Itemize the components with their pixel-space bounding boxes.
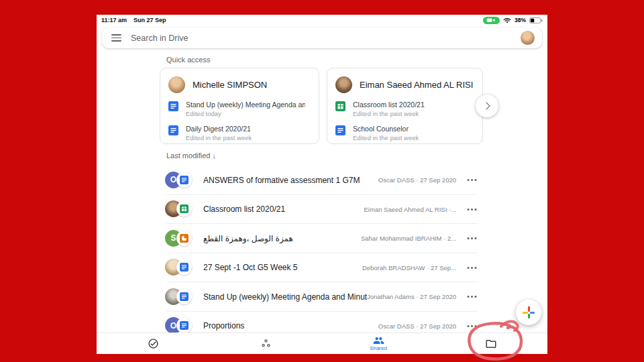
file-title: Classroom list 2020/21 [203, 204, 364, 214]
create-new-button[interactable] [516, 300, 541, 325]
file-meta: Sahar Mohammad IBRAHIM · 2... [361, 235, 456, 242]
quick-access-file[interactable]: Daily Digest 2020/21 Edited in the past … [168, 125, 311, 141]
wifi-icon [503, 15, 511, 26]
nav-tab-priority[interactable] [97, 333, 209, 354]
file-meta: Jonathan Adams · 27 Sep 2020 [367, 293, 456, 300]
file-name: Stand Up (weekly) Meeting Agenda and Min… [186, 101, 305, 109]
row-avatar-group: S [165, 230, 197, 247]
more-options-icon[interactable] [464, 292, 479, 302]
quick-access-file[interactable]: School Counselor Edited in the past week [335, 125, 474, 141]
file-meta: Oscar DASS · 27 Sep 2020 [378, 176, 456, 184]
owner-avatar [168, 76, 185, 93]
file-status: Edited in the past week [186, 134, 252, 141]
more-options-icon[interactable] [464, 176, 479, 185]
file-title: Proportions [203, 321, 378, 330]
nav-tab-shared[interactable]: Shared [322, 333, 435, 354]
nav-tab-shared-label: Shared [370, 346, 387, 351]
owner-name: Eiman Saeed Ahmed AL RISI [360, 80, 473, 90]
doc-file-icon [168, 101, 178, 111]
status-time: 11:17 am [101, 17, 127, 23]
file-name: Daily Digest 2020/21 [186, 125, 252, 133]
search-input[interactable]: Search in Drive [131, 34, 521, 43]
file-meta: Eiman Saeed Ahmed AL RISI ·... [364, 206, 456, 213]
row-avatar-group [165, 200, 197, 218]
file-meta: Deborah BRADSHAW · 27 Sep... [362, 264, 456, 272]
chevron-right-icon [482, 102, 490, 109]
file-row[interactable]: 27 Sept -1 Oct G5 Week 5 Deborah BRADSHA… [160, 253, 483, 283]
file-name: Classroom list 2020/21 [353, 101, 425, 109]
drive-app-window: 11:17 am Sun 27 Sep 38% Search in Drive [97, 15, 547, 354]
file-row[interactable]: O ANSWERS of formative assessment 1 G7M … [160, 166, 483, 195]
file-title: 27 Sept -1 Oct G5 Week 5 [203, 263, 362, 272]
owner-avatar [335, 76, 352, 93]
doc-file-icon [180, 321, 189, 330]
sheet-file-icon [335, 101, 345, 111]
file-status: Edited today [186, 110, 305, 117]
battery-icon [529, 15, 543, 26]
file-row[interactable]: Classroom list 2020/21 Eiman Saeed Ahmed… [160, 195, 483, 225]
account-avatar[interactable] [521, 31, 535, 45]
file-row[interactable]: S همزة الوصل ،وهمزة القطع Sahar Mohammad… [160, 224, 483, 253]
quick-access-card: Eiman Saeed Ahmed AL RISI Classroom list… [327, 68, 483, 144]
more-options-icon[interactable] [464, 263, 479, 272]
owner-name: Michelle SIMPSON [193, 80, 267, 90]
workspaces-icon [260, 338, 272, 349]
file-meta: Oscar DASS · 27 Sep 2020 [378, 322, 456, 330]
nav-tab-files[interactable] [435, 333, 547, 354]
status-bar: 11:17 am Sun 27 Sep 38% [97, 15, 547, 25]
battery-percent: 38% [515, 17, 526, 23]
sort-label[interactable]: Last modified ↓ [166, 152, 216, 160]
more-options-icon[interactable] [464, 321, 479, 330]
doc-file-icon [168, 125, 178, 135]
screen-recording-icon [483, 17, 500, 24]
doc-file-icon [180, 292, 189, 301]
file-list: O ANSWERS of formative assessment 1 G7M … [160, 166, 483, 341]
screenshot-canvas: 11:17 am Sun 27 Sep 38% Search in Drive [0, 0, 644, 362]
file-name: School Counselor [353, 125, 419, 133]
file-status: Edited in the past week [353, 134, 419, 141]
people-icon [373, 336, 384, 345]
check-circle-icon [148, 338, 159, 349]
slide-file-icon [180, 234, 189, 243]
file-title: Stand Up (weekly) Meeting Agenda and Min… [203, 292, 367, 302]
quick-access-file[interactable]: Classroom list 2020/21 Edited in the pas… [335, 101, 474, 117]
quick-access-card: Michelle SIMPSON Stand Up (weekly) Meeti… [160, 68, 319, 144]
nav-tab-workspaces[interactable] [209, 333, 322, 354]
more-options-icon[interactable] [464, 204, 479, 214]
doc-file-icon [180, 263, 189, 272]
file-status: Edited in the past week [353, 110, 425, 117]
file-title: همزة الوصل ،وهمزة القطع [203, 234, 361, 243]
menu-icon[interactable] [111, 34, 121, 42]
file-title: ANSWERS of formative assessment 1 G7M [203, 176, 378, 185]
search-bar[interactable]: Search in Drive [102, 27, 542, 48]
quick-access-next-button[interactable] [476, 95, 498, 117]
quick-access-cards: Michelle SIMPSON Stand Up (weekly) Meeti… [160, 68, 483, 144]
quick-access-title: Quick access [166, 56, 210, 64]
file-row[interactable]: Stand Up (weekly) Meeting Agenda and Min… [160, 282, 483, 312]
row-avatar-group: O [165, 172, 197, 189]
more-options-icon[interactable] [464, 234, 479, 243]
row-avatar-group [165, 288, 197, 306]
row-avatar-group [165, 259, 197, 276]
quick-access-file[interactable]: Stand Up (weekly) Meeting Agenda and Min… [168, 101, 311, 117]
status-date: Sun 27 Sep [133, 17, 166, 23]
bottom-nav: Shared [97, 333, 547, 354]
doc-file-icon [180, 176, 189, 184]
doc-file-icon [335, 125, 345, 135]
folder-icon [485, 338, 497, 350]
sheet-file-icon [180, 204, 189, 213]
